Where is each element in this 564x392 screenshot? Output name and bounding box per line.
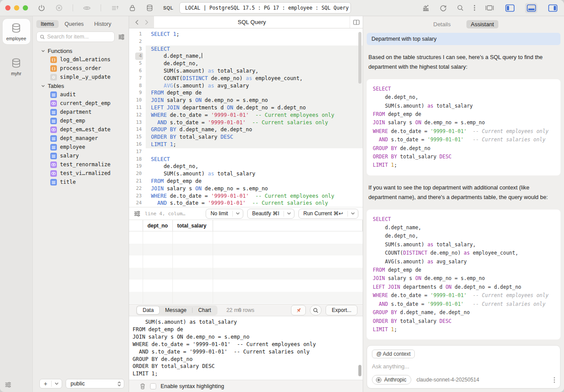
connection-myhr[interactable]: myhr: [3, 54, 30, 79]
provider-selector[interactable]: Anthropic: [372, 375, 411, 385]
cell[interactable]: [173, 280, 213, 292]
item-search-box[interactable]: [36, 32, 115, 42]
limit-dropdown[interactable]: No limit: [206, 209, 243, 219]
select-chevrons-icon: [117, 381, 121, 387]
editor-line: 19 de.dept_no,: [129, 163, 363, 170]
panel-tab-assistant[interactable]: Assistant: [466, 20, 498, 28]
tree-section-tables[interactable]: Tables: [33, 81, 129, 90]
split-editor-icon[interactable]: [350, 16, 363, 28]
result-tab-chart[interactable]: Chart: [193, 306, 217, 314]
trash-icon[interactable]: [140, 383, 146, 389]
forward-button[interactable]: [145, 20, 148, 25]
message-scrollbar[interactable]: [358, 365, 361, 376]
column-header-total-salary[interactable]: total_salary: [173, 220, 213, 231]
table-row[interactable]: [129, 244, 363, 256]
tree-item-current-dept-emp[interactable]: current_dept_emp: [33, 99, 129, 108]
tree-item-audit[interactable]: audit: [33, 90, 129, 99]
tree-item-test-vi-rmalized[interactable]: test_vi…rmalized: [33, 169, 129, 178]
cell[interactable]: [173, 231, 213, 244]
add-item-button[interactable]: +: [39, 379, 62, 388]
cell[interactable]: [143, 280, 173, 292]
result-tab-data[interactable]: Data: [137, 306, 159, 314]
code-line: SELECT: [373, 85, 554, 93]
table-row[interactable]: [129, 280, 363, 292]
refresh-icon[interactable]: [439, 4, 447, 12]
tree-item-simple-y-update[interactable]: simple_…y_update: [33, 73, 129, 81]
table-row[interactable]: [129, 292, 363, 304]
assistant-code-block-2[interactable]: SELECT d.dept_name, de.dept_no, SUM(s.am…: [367, 210, 560, 340]
add-context-button[interactable]: @ Add context: [372, 350, 415, 358]
chart-icon[interactable]: [422, 4, 430, 12]
more-options-icon[interactable]: [473, 4, 476, 12]
cell[interactable]: [173, 256, 213, 268]
assistant-composer[interactable]: @ Add context Anthropic claude-sonnet-4-…: [367, 345, 560, 388]
message-panel[interactable]: SUM(s.amount) as total_salaryFROM dept_e…: [129, 316, 363, 380]
minimize-window-button[interactable]: [14, 5, 19, 10]
table-row[interactable]: [129, 268, 363, 280]
connection-employee[interactable]: employee: [3, 19, 30, 44]
pending-changes-icon[interactable]: [111, 4, 119, 12]
sidebar-tab-items[interactable]: Items: [36, 20, 59, 28]
cell[interactable]: [143, 256, 173, 268]
database-icon[interactable]: [146, 4, 154, 12]
zoom-window-button[interactable]: [23, 5, 28, 10]
ask-anything-input[interactable]: [372, 363, 555, 370]
window-layout-icon[interactable]: [485, 4, 494, 11]
chevron-down-icon[interactable]: [52, 382, 62, 385]
table-row[interactable]: [129, 256, 363, 268]
schema-select[interactable]: public: [66, 379, 124, 388]
tree-section-functions[interactable]: Functions: [33, 46, 129, 55]
run-current-button[interactable]: Run Current ⌘↩: [298, 209, 358, 219]
cell[interactable]: [143, 244, 173, 256]
search-input[interactable]: [47, 34, 111, 40]
toggle-right-panel-button[interactable]: [546, 3, 559, 13]
connection-title-bar[interactable]: LOCAL | PostgreSQL 17.5 : PG 17 : employ…: [179, 2, 351, 14]
table-row[interactable]: [129, 231, 363, 244]
composer-options-icon[interactable]: [553, 377, 555, 383]
tree-item-title[interactable]: title: [33, 178, 129, 186]
tree-item-salary[interactable]: salary: [33, 151, 129, 160]
tree-item-dept-em-est-date[interactable]: dept_em…est_date: [33, 125, 129, 134]
result-tab-message[interactable]: Message: [159, 306, 192, 314]
column-header-dept-no[interactable]: dept_no: [143, 220, 173, 231]
cell[interactable]: [143, 292, 173, 304]
rail-filter-icon[interactable]: [4, 382, 12, 388]
cell[interactable]: [173, 292, 213, 304]
preview-eye-icon[interactable]: [83, 4, 91, 12]
panel-tab-details[interactable]: Details: [429, 20, 455, 28]
tree-item-employee[interactable]: employee: [33, 143, 129, 151]
tree-item-dept-manager[interactable]: dept_manager: [33, 134, 129, 143]
tree-item-test-renormalize[interactable]: test_renormalize: [33, 160, 129, 169]
connection-power-icon[interactable]: [38, 4, 46, 12]
tree-item-department[interactable]: department: [33, 108, 129, 116]
cell[interactable]: [173, 244, 213, 256]
search-results-button[interactable]: [310, 305, 322, 315]
toggle-bottom-panel-button[interactable]: [525, 3, 537, 13]
sidebar-filter-icon[interactable]: [118, 34, 125, 40]
pin-result-button[interactable]: [291, 305, 306, 315]
cell[interactable]: [143, 268, 173, 280]
cell[interactable]: [143, 231, 173, 244]
close-window-button[interactable]: [5, 5, 11, 10]
editor-settings-icon[interactable]: [133, 210, 141, 217]
toggle-left-panel-button[interactable]: [504, 3, 516, 13]
export-button[interactable]: Export...: [326, 305, 357, 315]
assistant-code-block-1[interactable]: SELECT de.dept_no, SUM(s.amount) as tota…: [367, 79, 560, 175]
back-button[interactable]: [135, 20, 139, 25]
tree-item-dept-emp[interactable]: dept_emp: [33, 116, 129, 125]
editor-scrollbar[interactable]: [358, 32, 361, 84]
sql-editor[interactable]: 1SELECT 1;2 3SELECT4 d.dept_name,5 de.de…: [129, 28, 363, 207]
tree-item-process-order[interactable]: ()process_order: [33, 64, 129, 73]
sidebar-tab-history[interactable]: History: [90, 20, 116, 28]
stop-icon[interactable]: [55, 4, 63, 12]
cell[interactable]: [173, 268, 213, 280]
beautify-button[interactable]: Beautify ⌘I: [247, 209, 294, 219]
search-icon[interactable]: [456, 4, 464, 12]
conversation-topic[interactable]: Department with top salary: [367, 33, 560, 45]
syntax-highlighting-checkbox[interactable]: [150, 383, 156, 389]
sidebar-tab-queries[interactable]: Queries: [60, 20, 88, 28]
results-grid[interactable]: dept_nototal_salary: [129, 220, 363, 304]
lock-icon[interactable]: [129, 4, 136, 12]
editor-tab-title[interactable]: SQL Query: [154, 16, 350, 28]
tree-item-log-dml-erations[interactable]: ()log_dml…erations: [33, 55, 129, 64]
